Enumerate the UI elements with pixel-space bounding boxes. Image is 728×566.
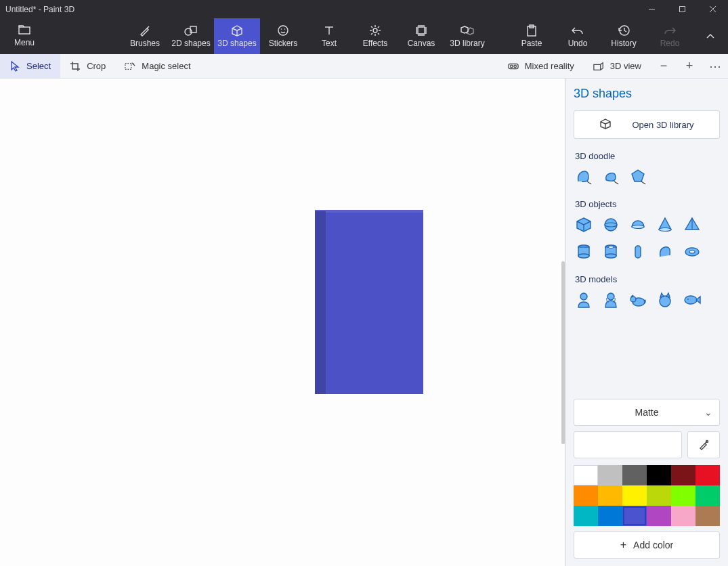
canvas-scrollbar[interactable] bbox=[561, 261, 565, 444]
ribbon-tab-canvas[interactable]: Canvas bbox=[398, 18, 444, 54]
svg-point-64 bbox=[607, 293, 614, 300]
doodle-tube-button[interactable] bbox=[628, 167, 648, 187]
object-cone-button[interactable] bbox=[655, 215, 675, 235]
ribbon-tab-stickers[interactable]: Stickers bbox=[260, 18, 306, 54]
svg-point-63 bbox=[580, 293, 587, 300]
ribbon-label: History bbox=[611, 39, 636, 48]
ribbon-label: Redo bbox=[660, 39, 680, 48]
crop-tool-button[interactable]: Crop bbox=[60, 54, 115, 78]
object-tube-button[interactable] bbox=[601, 242, 621, 262]
color-swatch[interactable] bbox=[574, 506, 598, 526]
svg-point-38 bbox=[514, 65, 517, 68]
object-curved-cylinder-button[interactable] bbox=[655, 242, 675, 262]
mixed-reality-button[interactable]: Mixed reality bbox=[498, 54, 584, 78]
open-3d-library-button[interactable]: Open 3D library bbox=[574, 110, 720, 139]
3d-view-button[interactable]: 3D view bbox=[584, 54, 651, 78]
window-close-button[interactable] bbox=[698, 0, 728, 18]
color-swatch[interactable] bbox=[598, 506, 622, 526]
window-maximize-button[interactable] bbox=[667, 0, 698, 18]
object-torus-button[interactable] bbox=[682, 242, 702, 262]
section-title-3d-doodle: 3D doodle bbox=[575, 151, 720, 161]
panel-title: 3D shapes bbox=[574, 87, 720, 101]
brush-icon bbox=[139, 24, 151, 37]
window-minimize-button[interactable] bbox=[637, 0, 667, 18]
svg-rect-4 bbox=[19, 27, 30, 34]
svg-point-14 bbox=[373, 28, 377, 32]
model-cat-button[interactable] bbox=[655, 290, 675, 310]
zoom-out-button[interactable]: − bbox=[651, 54, 677, 78]
svg-point-9 bbox=[278, 26, 288, 35]
object-cube-button[interactable] bbox=[574, 215, 594, 235]
svg-point-50 bbox=[659, 228, 671, 232]
color-swatch[interactable] bbox=[574, 485, 598, 506]
object-pyramid-button[interactable] bbox=[682, 215, 702, 235]
color-swatch[interactable] bbox=[671, 485, 695, 506]
object-capsule-button[interactable] bbox=[628, 242, 648, 262]
ribbon-label: Text bbox=[322, 39, 337, 48]
object-cylinder-button[interactable] bbox=[574, 242, 594, 262]
svg-point-59 bbox=[608, 246, 614, 248]
add-color-button[interactable]: + Add color bbox=[574, 531, 720, 559]
magic-select-button[interactable]: Magic select bbox=[115, 54, 200, 78]
stickers-icon bbox=[277, 24, 289, 37]
current-color-swatch[interactable] bbox=[574, 431, 682, 458]
ribbon-paste-button[interactable]: Paste bbox=[509, 18, 555, 54]
svg-marker-71 bbox=[696, 297, 700, 303]
color-swatch[interactable] bbox=[622, 485, 647, 506]
model-dog-button[interactable] bbox=[628, 290, 648, 310]
ribbon-undo-button[interactable]: Undo bbox=[555, 18, 601, 54]
doodle-soft-edge-button[interactable] bbox=[601, 167, 621, 187]
ribbon-tab-effects[interactable]: Effects bbox=[352, 18, 398, 54]
canvas[interactable] bbox=[0, 79, 565, 566]
ribbon-collapse-button[interactable] bbox=[693, 18, 728, 54]
color-swatch[interactable] bbox=[622, 506, 647, 526]
ribbon-tab-2d-shapes[interactable]: 2D shapes bbox=[168, 18, 214, 54]
material-dropdown[interactable]: Matte ⌄ bbox=[574, 399, 720, 426]
select-tool-button[interactable]: Select bbox=[0, 54, 60, 78]
color-swatch[interactable] bbox=[695, 485, 720, 506]
model-fish-button[interactable] bbox=[682, 290, 702, 310]
ribbon-tab-text[interactable]: Text bbox=[306, 18, 352, 54]
svg-point-55 bbox=[578, 254, 589, 258]
ribbon-history-button[interactable]: History bbox=[601, 18, 647, 54]
ribbon-label: Canvas bbox=[408, 39, 435, 48]
color-swatch[interactable] bbox=[647, 506, 671, 526]
ribbon-tab-3d-shapes[interactable]: 3D shapes bbox=[214, 18, 260, 54]
current-color-row bbox=[574, 431, 720, 458]
svg-line-20 bbox=[378, 33, 379, 35]
color-swatch[interactable] bbox=[598, 465, 622, 485]
color-swatch[interactable] bbox=[622, 465, 647, 485]
svg-point-46 bbox=[605, 219, 617, 231]
ribbon-tab-3d-library[interactable]: 3D library bbox=[444, 18, 490, 54]
shapes-2d-icon bbox=[184, 24, 198, 37]
crop-icon bbox=[70, 61, 81, 72]
zoom-in-button[interactable]: + bbox=[677, 54, 702, 78]
ribbon-tab-brushes[interactable]: Brushes bbox=[122, 18, 168, 54]
menu-button[interactable]: Menu bbox=[0, 18, 49, 54]
color-palette bbox=[574, 465, 720, 526]
object-sphere-button[interactable] bbox=[601, 215, 621, 235]
menu-label: Menu bbox=[14, 38, 35, 47]
library-3d-icon bbox=[599, 118, 612, 131]
color-swatch[interactable] bbox=[647, 485, 671, 506]
ribbon-label: Stickers bbox=[269, 39, 298, 48]
object-hemisphere-button[interactable] bbox=[628, 215, 648, 235]
more-options-button[interactable]: ⋯ bbox=[702, 54, 728, 78]
color-swatch[interactable] bbox=[695, 465, 720, 485]
color-swatch[interactable] bbox=[671, 506, 695, 526]
color-swatch[interactable] bbox=[671, 465, 695, 485]
3d-objects-grid bbox=[574, 215, 720, 262]
library-3d-icon bbox=[461, 24, 474, 37]
color-swatch[interactable] bbox=[647, 465, 671, 485]
color-swatch[interactable] bbox=[598, 485, 622, 506]
eyedropper-button[interactable] bbox=[687, 431, 720, 458]
doodle-sharp-edge-button[interactable] bbox=[574, 167, 594, 187]
model-woman-button[interactable] bbox=[601, 290, 621, 310]
color-swatch[interactable] bbox=[695, 506, 720, 526]
color-swatch[interactable] bbox=[574, 465, 598, 485]
model-man-button[interactable] bbox=[574, 290, 594, 310]
ribbon-redo-button[interactable]: Redo bbox=[647, 18, 693, 54]
svg-point-66 bbox=[630, 297, 636, 302]
canvas-3d-cube-shape[interactable] bbox=[315, 210, 423, 394]
3d-models-grid bbox=[574, 290, 720, 310]
